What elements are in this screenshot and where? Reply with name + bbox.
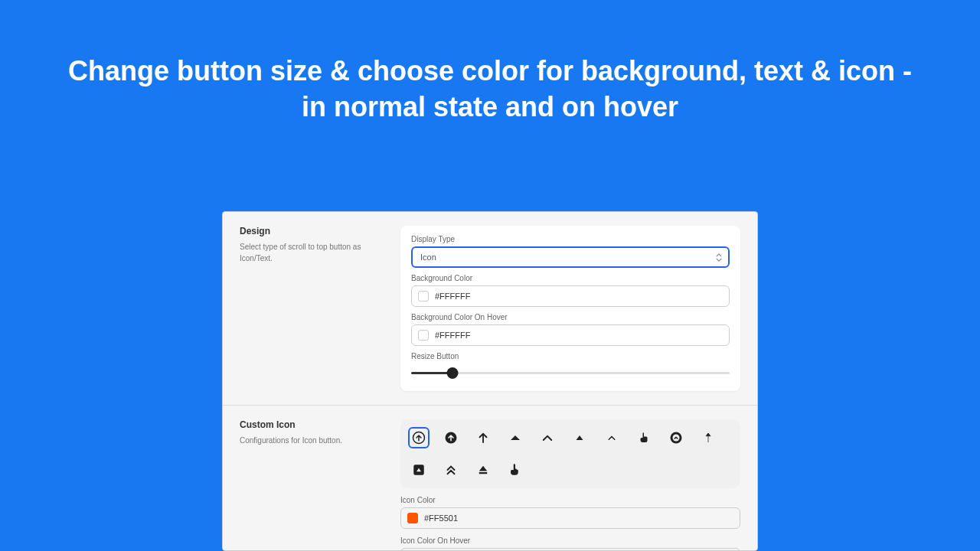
- custom-icon-desc: Configurations for Icon button.: [240, 435, 388, 446]
- design-desc: Select type of scroll to top button as I…: [240, 241, 388, 264]
- bg-color-input[interactable]: #FFFFFF: [411, 285, 730, 307]
- icon-color-label: Icon Color: [400, 496, 740, 504]
- icon-option-arrow-up-thin[interactable]: [697, 427, 719, 448]
- icon-option-double-chevron-up[interactable]: [440, 459, 462, 481]
- icon-option-hand-pointer[interactable]: [505, 459, 526, 481]
- color-swatch: [418, 330, 429, 341]
- icon-option-square-caret-up[interactable]: [408, 459, 430, 481]
- icon-color-hover-input[interactable]: #CD490E: [400, 548, 740, 551]
- icon-color-input[interactable]: #FF5501: [400, 507, 740, 529]
- chevron-updown-icon: [716, 253, 722, 262]
- bg-color-hover-label: Background Color On Hover: [411, 313, 730, 321]
- display-type-label: Display Type: [411, 235, 730, 243]
- icon-option-circle-arrow-up[interactable]: [408, 427, 430, 448]
- bg-color-hover-value: #FFFFFF: [435, 331, 470, 340]
- design-section: Design Select type of scroll to top butt…: [223, 212, 757, 405]
- icon-option-chevron-up-small[interactable]: [601, 427, 622, 448]
- resize-label: Resize Button: [411, 352, 730, 360]
- display-type-select[interactable]: Icon: [411, 246, 730, 268]
- bg-color-value: #FFFFFF: [435, 292, 470, 301]
- custom-icon-title: Custom Icon: [240, 419, 388, 430]
- icon-option-circle-up-solid[interactable]: [440, 427, 462, 448]
- bg-color-label: Background Color: [411, 274, 730, 282]
- icon-option-caret-up-solid[interactable]: [505, 427, 526, 448]
- icon-color-value: #FF5501: [424, 514, 458, 523]
- color-swatch: [418, 291, 429, 302]
- svg-rect-5: [479, 472, 488, 474]
- icon-color-hover-label: Icon Color On Hover: [400, 536, 740, 545]
- icon-option-eject[interactable]: [472, 459, 494, 481]
- icon-option-circle-chevron-up[interactable]: [665, 427, 687, 448]
- settings-panel: Design Select type of scroll to top butt…: [222, 211, 758, 551]
- icon-picker: [400, 419, 740, 488]
- icon-option-chevron-up[interactable]: [537, 427, 558, 448]
- display-type-value: Icon: [420, 253, 436, 262]
- custom-icon-section: Custom Icon Configurations for Icon butt…: [223, 405, 757, 551]
- icon-option-arrow-up[interactable]: [472, 427, 494, 448]
- bg-color-hover-input[interactable]: #FFFFFF: [411, 324, 730, 346]
- icon-option-triangle-up[interactable]: [569, 427, 590, 448]
- design-title: Design: [240, 226, 388, 236]
- resize-slider[interactable]: [411, 364, 730, 382]
- icon-option-hand-point-up[interactable]: [633, 427, 655, 448]
- hero-title: Change button size & choose color for ba…: [0, 0, 980, 126]
- color-swatch: [407, 513, 418, 523]
